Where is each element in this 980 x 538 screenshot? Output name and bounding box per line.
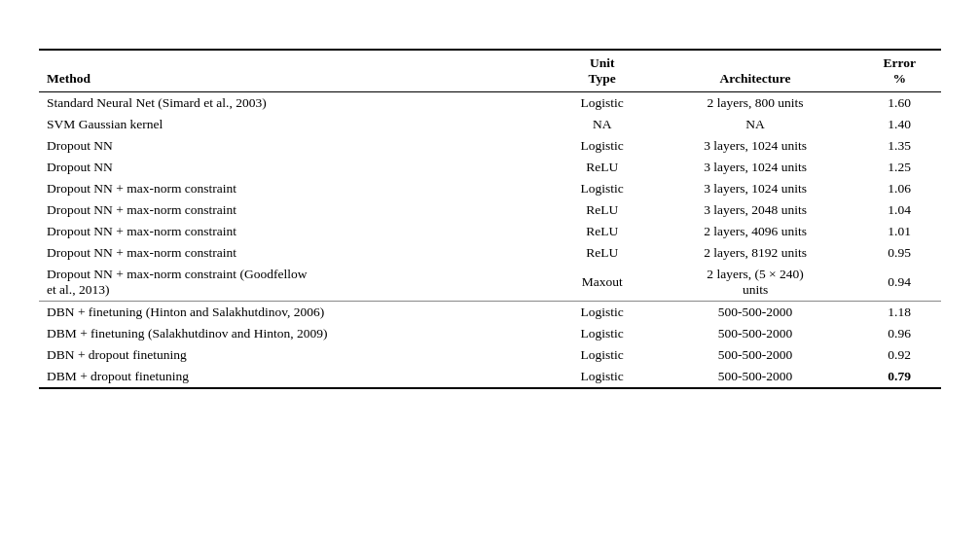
- col-unit-type: UnitType: [552, 50, 653, 92]
- cell-architecture: 500-500-2000: [653, 323, 858, 344]
- cell-unit-type: Maxout: [552, 264, 653, 302]
- cell-method: Dropout NN: [39, 157, 552, 178]
- table-row: DBN + finetuning (Hinton and Salakhutdin…: [39, 302, 941, 324]
- table-row: Dropout NN + max-norm constraintReLU2 la…: [39, 221, 941, 242]
- cell-method: Dropout NN + max-norm constraint: [39, 242, 552, 264]
- cell-error: 0.92: [857, 344, 941, 366]
- cell-method: SVM Gaussian kernel: [39, 114, 552, 135]
- table-body: Standard Neural Net (Simard et al., 2003…: [39, 92, 941, 389]
- cell-method: DBM + dropout finetuning: [39, 366, 552, 388]
- table-row: Dropout NN + max-norm constraintLogistic…: [39, 178, 941, 199]
- cell-error: 1.06: [857, 178, 941, 199]
- cell-method: DBM + finetuning (Salakhutdinov and Hint…: [39, 323, 552, 344]
- cell-unit-type: ReLU: [552, 199, 653, 221]
- cell-architecture: 3 layers, 1024 units: [653, 135, 858, 157]
- cell-architecture: 2 layers, 4096 units: [653, 221, 858, 242]
- cell-error: 1.60: [857, 92, 941, 115]
- cell-architecture: 3 layers, 1024 units: [653, 157, 858, 178]
- table-row: Standard Neural Net (Simard et al., 2003…: [39, 92, 941, 115]
- cell-architecture: 500-500-2000: [653, 302, 858, 324]
- cell-architecture: 2 layers, (5 × 240)units: [653, 264, 858, 302]
- cell-unit-type: Logistic: [552, 135, 653, 157]
- table-header: Method UnitType Architecture Error%: [39, 50, 941, 92]
- table-row: Dropout NN + max-norm constraintReLU2 la…: [39, 242, 941, 264]
- cell-method: DBN + finetuning (Hinton and Salakhutdin…: [39, 302, 552, 324]
- cell-error: 0.96: [857, 323, 941, 344]
- cell-method: DBN + dropout finetuning: [39, 344, 552, 366]
- table-row: DBN + dropout finetuningLogistic500-500-…: [39, 344, 941, 366]
- table-row: SVM Gaussian kernelNANA1.40: [39, 114, 941, 135]
- cell-unit-type: Logistic: [552, 323, 653, 344]
- table-row: Dropout NNReLU3 layers, 1024 units1.25: [39, 157, 941, 178]
- cell-error: 1.40: [857, 114, 941, 135]
- col-architecture: Architecture: [653, 50, 858, 92]
- table-row: Dropout NN + max-norm constraintReLU3 la…: [39, 199, 941, 221]
- cell-error: 1.18: [857, 302, 941, 324]
- cell-unit-type: ReLU: [552, 157, 653, 178]
- cell-error: 1.04: [857, 199, 941, 221]
- cell-method: Dropout NN + max-norm constraint: [39, 221, 552, 242]
- cell-architecture: 500-500-2000: [653, 344, 858, 366]
- col-method: Method: [39, 50, 552, 92]
- cell-error: 1.01: [857, 221, 941, 242]
- cell-error: 0.79: [857, 366, 941, 388]
- table-row: DBM + finetuning (Salakhutdinov and Hint…: [39, 323, 941, 344]
- cell-architecture: 2 layers, 8192 units: [653, 242, 858, 264]
- cell-error: 0.95: [857, 242, 941, 264]
- cell-unit-type: Logistic: [552, 92, 653, 115]
- cell-unit-type: Logistic: [552, 302, 653, 324]
- cell-method: Dropout NN + max-norm constraint: [39, 199, 552, 221]
- cell-unit-type: NA: [552, 114, 653, 135]
- cell-unit-type: Logistic: [552, 178, 653, 199]
- table-container: Method UnitType Architecture Error% Stan…: [39, 49, 941, 389]
- cell-method: Dropout NN + max-norm constraint (Goodfe…: [39, 264, 552, 302]
- cell-architecture: 3 layers, 2048 units: [653, 199, 858, 221]
- cell-architecture: 500-500-2000: [653, 366, 858, 388]
- cell-error: 0.94: [857, 264, 941, 302]
- cell-unit-type: Logistic: [552, 366, 653, 388]
- cell-method: Standard Neural Net (Simard et al., 2003…: [39, 92, 552, 115]
- cell-method: Dropout NN: [39, 135, 552, 157]
- comparison-table: Method UnitType Architecture Error% Stan…: [39, 49, 941, 389]
- cell-error: 1.25: [857, 157, 941, 178]
- table-row: Dropout NN + max-norm constraint (Goodfe…: [39, 264, 941, 302]
- col-error: Error%: [857, 50, 941, 92]
- cell-error: 1.35: [857, 135, 941, 157]
- cell-architecture: NA: [653, 114, 858, 135]
- cell-unit-type: ReLU: [552, 221, 653, 242]
- cell-unit-type: ReLU: [552, 242, 653, 264]
- cell-architecture: 3 layers, 1024 units: [653, 178, 858, 199]
- cell-method: Dropout NN + max-norm constraint: [39, 178, 552, 199]
- cell-unit-type: Logistic: [552, 344, 653, 366]
- cell-architecture: 2 layers, 800 units: [653, 92, 858, 115]
- table-row: DBM + dropout finetuningLogistic500-500-…: [39, 366, 941, 388]
- table-row: Dropout NNLogistic3 layers, 1024 units1.…: [39, 135, 941, 157]
